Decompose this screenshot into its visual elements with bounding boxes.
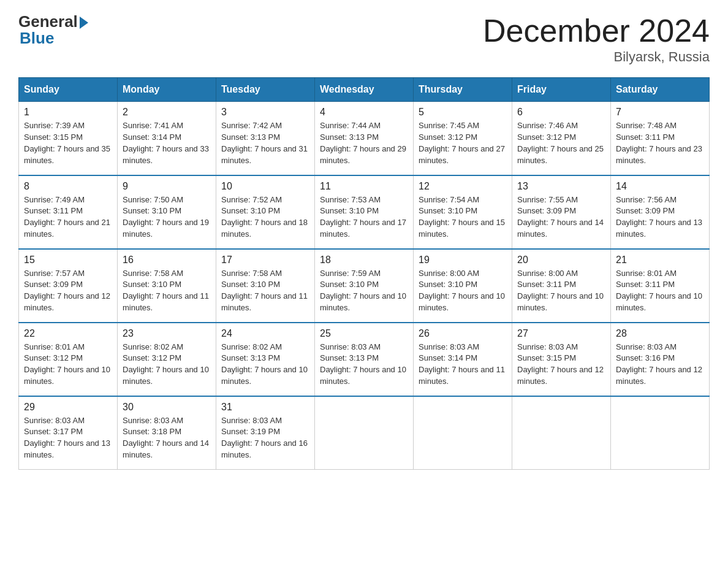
calendar-day: 8 Sunrise: 7:49 AM Sunset: 3:11 PM Dayli… xyxy=(19,175,118,249)
calendar-day: 18 Sunrise: 7:59 AM Sunset: 3:10 PM Dayl… xyxy=(315,249,414,323)
day-info: Sunrise: 7:59 AM Sunset: 3:10 PM Dayligh… xyxy=(320,268,408,314)
calendar-day: 12 Sunrise: 7:54 AM Sunset: 3:10 PM Dayl… xyxy=(414,175,512,249)
month-title: December 2024 xyxy=(483,12,710,49)
calendar-week-3: 15 Sunrise: 7:57 AM Sunset: 3:09 PM Dayl… xyxy=(19,249,710,323)
day-info: Sunrise: 7:52 AM Sunset: 3:10 PM Dayligh… xyxy=(221,194,309,240)
day-number: 14 xyxy=(616,181,704,192)
calendar-day: 24 Sunrise: 8:02 AM Sunset: 3:13 PM Dayl… xyxy=(216,323,315,396)
calendar-week-5: 29 Sunrise: 8:03 AM Sunset: 3:17 PM Dayl… xyxy=(19,396,710,470)
day-number: 31 xyxy=(221,402,309,413)
day-number: 2 xyxy=(123,107,211,118)
day-number: 5 xyxy=(419,107,507,118)
day-info: Sunrise: 7:44 AM Sunset: 3:13 PM Dayligh… xyxy=(320,120,408,166)
page-header: General Blue December 2024 Bilyarsk, Rus… xyxy=(18,12,710,65)
day-info: Sunrise: 8:02 AM Sunset: 3:12 PM Dayligh… xyxy=(123,342,211,388)
day-info: Sunrise: 7:58 AM Sunset: 3:10 PM Dayligh… xyxy=(123,268,211,314)
calendar-header-row: Sunday Monday Tuesday Wednesday Thursday… xyxy=(19,78,710,102)
day-info: Sunrise: 8:03 AM Sunset: 3:19 PM Dayligh… xyxy=(221,415,309,461)
calendar-day: 17 Sunrise: 7:58 AM Sunset: 3:10 PM Dayl… xyxy=(216,249,315,323)
day-number: 15 xyxy=(24,255,112,266)
day-number: 30 xyxy=(123,402,211,413)
day-info: Sunrise: 7:53 AM Sunset: 3:10 PM Dayligh… xyxy=(320,194,408,240)
calendar-day: 27 Sunrise: 8:03 AM Sunset: 3:15 PM Dayl… xyxy=(512,323,611,396)
logo-triangle-icon xyxy=(80,17,88,29)
calendar-day: 4 Sunrise: 7:44 AM Sunset: 3:13 PM Dayli… xyxy=(315,102,414,175)
header-tuesday: Tuesday xyxy=(216,78,315,102)
calendar-day: 14 Sunrise: 7:56 AM Sunset: 3:09 PM Dayl… xyxy=(611,175,710,249)
day-info: Sunrise: 7:57 AM Sunset: 3:09 PM Dayligh… xyxy=(24,268,112,314)
calendar-day: 6 Sunrise: 7:46 AM Sunset: 3:12 PM Dayli… xyxy=(512,102,611,175)
header-wednesday: Wednesday xyxy=(315,78,414,102)
day-number: 6 xyxy=(517,107,605,118)
calendar-day: 16 Sunrise: 7:58 AM Sunset: 3:10 PM Dayl… xyxy=(118,249,216,323)
day-info: Sunrise: 7:42 AM Sunset: 3:13 PM Dayligh… xyxy=(221,120,309,166)
calendar-day: 13 Sunrise: 7:55 AM Sunset: 3:09 PM Dayl… xyxy=(512,175,611,249)
day-info: Sunrise: 7:48 AM Sunset: 3:11 PM Dayligh… xyxy=(616,120,704,166)
calendar-day: 21 Sunrise: 8:01 AM Sunset: 3:11 PM Dayl… xyxy=(611,249,710,323)
day-number: 25 xyxy=(320,328,408,339)
day-info: Sunrise: 7:46 AM Sunset: 3:12 PM Dayligh… xyxy=(517,120,605,166)
day-number: 9 xyxy=(123,181,211,192)
logo-blue-text: Blue xyxy=(20,29,54,48)
calendar-day: 3 Sunrise: 7:42 AM Sunset: 3:13 PM Dayli… xyxy=(216,102,315,175)
calendar-day: 23 Sunrise: 8:02 AM Sunset: 3:12 PM Dayl… xyxy=(118,323,216,396)
day-info: Sunrise: 7:45 AM Sunset: 3:12 PM Dayligh… xyxy=(419,120,507,166)
day-info: Sunrise: 8:00 AM Sunset: 3:10 PM Dayligh… xyxy=(419,268,507,314)
day-number: 29 xyxy=(24,402,112,413)
calendar-day: 10 Sunrise: 7:52 AM Sunset: 3:10 PM Dayl… xyxy=(216,175,315,249)
calendar-day: 15 Sunrise: 7:57 AM Sunset: 3:09 PM Dayl… xyxy=(19,249,118,323)
day-number: 1 xyxy=(24,107,112,118)
calendar-day: 30 Sunrise: 8:03 AM Sunset: 3:18 PM Dayl… xyxy=(118,396,216,470)
day-info: Sunrise: 8:03 AM Sunset: 3:13 PM Dayligh… xyxy=(320,342,408,388)
day-number: 17 xyxy=(221,255,309,266)
day-info: Sunrise: 8:00 AM Sunset: 3:11 PM Dayligh… xyxy=(517,268,605,314)
day-info: Sunrise: 7:58 AM Sunset: 3:10 PM Dayligh… xyxy=(221,268,309,314)
day-number: 19 xyxy=(419,255,507,266)
day-number: 7 xyxy=(616,107,704,118)
calendar-week-2: 8 Sunrise: 7:49 AM Sunset: 3:11 PM Dayli… xyxy=(19,175,710,249)
header-monday: Monday xyxy=(118,78,216,102)
day-info: Sunrise: 7:50 AM Sunset: 3:10 PM Dayligh… xyxy=(123,194,211,240)
header-thursday: Thursday xyxy=(414,78,512,102)
calendar-day xyxy=(315,396,414,470)
calendar-day: 9 Sunrise: 7:50 AM Sunset: 3:10 PM Dayli… xyxy=(118,175,216,249)
calendar-day: 1 Sunrise: 7:39 AM Sunset: 3:15 PM Dayli… xyxy=(19,102,118,175)
calendar-week-4: 22 Sunrise: 8:01 AM Sunset: 3:12 PM Dayl… xyxy=(19,323,710,396)
day-number: 20 xyxy=(517,255,605,266)
day-number: 10 xyxy=(221,181,309,192)
calendar-day: 26 Sunrise: 8:03 AM Sunset: 3:14 PM Dayl… xyxy=(414,323,512,396)
day-info: Sunrise: 7:41 AM Sunset: 3:14 PM Dayligh… xyxy=(123,120,211,166)
calendar-day xyxy=(414,396,512,470)
header-friday: Friday xyxy=(512,78,611,102)
day-number: 26 xyxy=(419,328,507,339)
day-number: 22 xyxy=(24,328,112,339)
day-info: Sunrise: 8:03 AM Sunset: 3:14 PM Dayligh… xyxy=(419,342,507,388)
day-number: 27 xyxy=(517,328,605,339)
day-number: 3 xyxy=(221,107,309,118)
day-info: Sunrise: 8:03 AM Sunset: 3:17 PM Dayligh… xyxy=(24,415,112,461)
day-info: Sunrise: 8:03 AM Sunset: 3:18 PM Dayligh… xyxy=(123,415,211,461)
day-info: Sunrise: 7:54 AM Sunset: 3:10 PM Dayligh… xyxy=(419,194,507,240)
day-number: 23 xyxy=(123,328,211,339)
calendar-day: 2 Sunrise: 7:41 AM Sunset: 3:14 PM Dayli… xyxy=(118,102,216,175)
day-number: 16 xyxy=(123,255,211,266)
header-saturday: Saturday xyxy=(611,78,710,102)
calendar-week-1: 1 Sunrise: 7:39 AM Sunset: 3:15 PM Dayli… xyxy=(19,102,710,175)
title-section: December 2024 Bilyarsk, Russia xyxy=(483,12,710,65)
calendar-day: 22 Sunrise: 8:01 AM Sunset: 3:12 PM Dayl… xyxy=(19,323,118,396)
day-info: Sunrise: 8:03 AM Sunset: 3:16 PM Dayligh… xyxy=(616,342,704,388)
calendar-table: Sunday Monday Tuesday Wednesday Thursday… xyxy=(18,77,710,470)
day-info: Sunrise: 8:01 AM Sunset: 3:11 PM Dayligh… xyxy=(616,268,704,314)
day-info: Sunrise: 7:39 AM Sunset: 3:15 PM Dayligh… xyxy=(24,120,112,166)
calendar-day: 11 Sunrise: 7:53 AM Sunset: 3:10 PM Dayl… xyxy=(315,175,414,249)
calendar-day: 7 Sunrise: 7:48 AM Sunset: 3:11 PM Dayli… xyxy=(611,102,710,175)
location-label: Bilyarsk, Russia xyxy=(483,49,710,65)
logo: General Blue xyxy=(18,12,88,48)
day-number: 28 xyxy=(616,328,704,339)
calendar-day: 29 Sunrise: 8:03 AM Sunset: 3:17 PM Dayl… xyxy=(19,396,118,470)
day-number: 18 xyxy=(320,255,408,266)
calendar-day xyxy=(611,396,710,470)
calendar-day: 19 Sunrise: 8:00 AM Sunset: 3:10 PM Dayl… xyxy=(414,249,512,323)
day-info: Sunrise: 7:56 AM Sunset: 3:09 PM Dayligh… xyxy=(616,194,704,240)
day-info: Sunrise: 8:02 AM Sunset: 3:13 PM Dayligh… xyxy=(221,342,309,388)
